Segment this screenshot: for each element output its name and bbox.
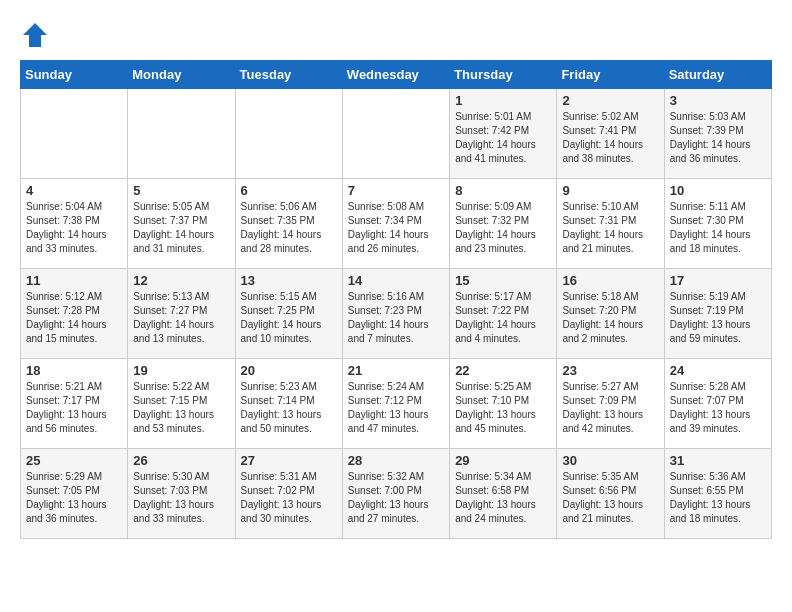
day-number: 9 [562,183,658,198]
day-info: Sunrise: 5:32 AMSunset: 7:00 PMDaylight:… [348,470,444,526]
page-header [20,20,772,50]
day-number: 26 [133,453,229,468]
day-number: 17 [670,273,766,288]
calendar-cell: 6Sunrise: 5:06 AMSunset: 7:35 PMDaylight… [235,179,342,269]
calendar-cell: 13Sunrise: 5:15 AMSunset: 7:25 PMDayligh… [235,269,342,359]
day-info: Sunrise: 5:21 AMSunset: 7:17 PMDaylight:… [26,380,122,436]
logo [20,20,54,50]
day-number: 11 [26,273,122,288]
calendar-cell: 12Sunrise: 5:13 AMSunset: 7:27 PMDayligh… [128,269,235,359]
day-info: Sunrise: 5:22 AMSunset: 7:15 PMDaylight:… [133,380,229,436]
calendar-cell: 23Sunrise: 5:27 AMSunset: 7:09 PMDayligh… [557,359,664,449]
day-info: Sunrise: 5:09 AMSunset: 7:32 PMDaylight:… [455,200,551,256]
day-number: 3 [670,93,766,108]
day-info: Sunrise: 5:17 AMSunset: 7:22 PMDaylight:… [455,290,551,346]
day-info: Sunrise: 5:30 AMSunset: 7:03 PMDaylight:… [133,470,229,526]
day-info: Sunrise: 5:02 AMSunset: 7:41 PMDaylight:… [562,110,658,166]
weekday-header-thursday: Thursday [450,61,557,89]
day-info: Sunrise: 5:12 AMSunset: 7:28 PMDaylight:… [26,290,122,346]
weekday-header-monday: Monday [128,61,235,89]
calendar-cell: 30Sunrise: 5:35 AMSunset: 6:56 PMDayligh… [557,449,664,539]
week-row-3: 11Sunrise: 5:12 AMSunset: 7:28 PMDayligh… [21,269,772,359]
week-row-4: 18Sunrise: 5:21 AMSunset: 7:17 PMDayligh… [21,359,772,449]
day-number: 18 [26,363,122,378]
calendar-cell: 14Sunrise: 5:16 AMSunset: 7:23 PMDayligh… [342,269,449,359]
day-number: 15 [455,273,551,288]
calendar-cell: 9Sunrise: 5:10 AMSunset: 7:31 PMDaylight… [557,179,664,269]
day-info: Sunrise: 5:10 AMSunset: 7:31 PMDaylight:… [562,200,658,256]
day-number: 8 [455,183,551,198]
calendar-cell: 1Sunrise: 5:01 AMSunset: 7:42 PMDaylight… [450,89,557,179]
calendar-cell: 11Sunrise: 5:12 AMSunset: 7:28 PMDayligh… [21,269,128,359]
day-number: 25 [26,453,122,468]
calendar-cell: 19Sunrise: 5:22 AMSunset: 7:15 PMDayligh… [128,359,235,449]
day-info: Sunrise: 5:24 AMSunset: 7:12 PMDaylight:… [348,380,444,436]
day-info: Sunrise: 5:13 AMSunset: 7:27 PMDaylight:… [133,290,229,346]
day-number: 22 [455,363,551,378]
day-info: Sunrise: 5:03 AMSunset: 7:39 PMDaylight:… [670,110,766,166]
day-info: Sunrise: 5:16 AMSunset: 7:23 PMDaylight:… [348,290,444,346]
calendar-cell: 7Sunrise: 5:08 AMSunset: 7:34 PMDaylight… [342,179,449,269]
day-info: Sunrise: 5:11 AMSunset: 7:30 PMDaylight:… [670,200,766,256]
day-number: 12 [133,273,229,288]
calendar-cell: 26Sunrise: 5:30 AMSunset: 7:03 PMDayligh… [128,449,235,539]
day-info: Sunrise: 5:25 AMSunset: 7:10 PMDaylight:… [455,380,551,436]
day-info: Sunrise: 5:18 AMSunset: 7:20 PMDaylight:… [562,290,658,346]
day-number: 6 [241,183,337,198]
day-info: Sunrise: 5:04 AMSunset: 7:38 PMDaylight:… [26,200,122,256]
day-info: Sunrise: 5:31 AMSunset: 7:02 PMDaylight:… [241,470,337,526]
day-info: Sunrise: 5:15 AMSunset: 7:25 PMDaylight:… [241,290,337,346]
weekday-header-saturday: Saturday [664,61,771,89]
day-number: 20 [241,363,337,378]
day-info: Sunrise: 5:23 AMSunset: 7:14 PMDaylight:… [241,380,337,436]
calendar-cell: 24Sunrise: 5:28 AMSunset: 7:07 PMDayligh… [664,359,771,449]
day-info: Sunrise: 5:05 AMSunset: 7:37 PMDaylight:… [133,200,229,256]
day-number: 21 [348,363,444,378]
calendar-table: SundayMondayTuesdayWednesdayThursdayFrid… [20,60,772,539]
calendar-cell: 22Sunrise: 5:25 AMSunset: 7:10 PMDayligh… [450,359,557,449]
calendar-cell: 20Sunrise: 5:23 AMSunset: 7:14 PMDayligh… [235,359,342,449]
week-row-1: 1Sunrise: 5:01 AMSunset: 7:42 PMDaylight… [21,89,772,179]
weekday-header-wednesday: Wednesday [342,61,449,89]
calendar-cell: 8Sunrise: 5:09 AMSunset: 7:32 PMDaylight… [450,179,557,269]
day-info: Sunrise: 5:29 AMSunset: 7:05 PMDaylight:… [26,470,122,526]
calendar-cell: 29Sunrise: 5:34 AMSunset: 6:58 PMDayligh… [450,449,557,539]
calendar-cell: 4Sunrise: 5:04 AMSunset: 7:38 PMDaylight… [21,179,128,269]
calendar-cell: 28Sunrise: 5:32 AMSunset: 7:00 PMDayligh… [342,449,449,539]
day-info: Sunrise: 5:08 AMSunset: 7:34 PMDaylight:… [348,200,444,256]
weekday-header-row: SundayMondayTuesdayWednesdayThursdayFrid… [21,61,772,89]
day-number: 2 [562,93,658,108]
week-row-5: 25Sunrise: 5:29 AMSunset: 7:05 PMDayligh… [21,449,772,539]
day-number: 5 [133,183,229,198]
calendar-cell: 10Sunrise: 5:11 AMSunset: 7:30 PMDayligh… [664,179,771,269]
calendar-cell: 27Sunrise: 5:31 AMSunset: 7:02 PMDayligh… [235,449,342,539]
day-number: 24 [670,363,766,378]
calendar-cell [21,89,128,179]
day-number: 30 [562,453,658,468]
day-info: Sunrise: 5:36 AMSunset: 6:55 PMDaylight:… [670,470,766,526]
day-number: 7 [348,183,444,198]
day-number: 10 [670,183,766,198]
day-info: Sunrise: 5:06 AMSunset: 7:35 PMDaylight:… [241,200,337,256]
day-number: 31 [670,453,766,468]
day-info: Sunrise: 5:01 AMSunset: 7:42 PMDaylight:… [455,110,551,166]
day-info: Sunrise: 5:28 AMSunset: 7:07 PMDaylight:… [670,380,766,436]
weekday-header-tuesday: Tuesday [235,61,342,89]
day-number: 16 [562,273,658,288]
calendar-cell [128,89,235,179]
day-number: 28 [348,453,444,468]
svg-marker-0 [23,23,47,47]
calendar-cell: 31Sunrise: 5:36 AMSunset: 6:55 PMDayligh… [664,449,771,539]
day-info: Sunrise: 5:34 AMSunset: 6:58 PMDaylight:… [455,470,551,526]
day-number: 23 [562,363,658,378]
calendar-cell: 16Sunrise: 5:18 AMSunset: 7:20 PMDayligh… [557,269,664,359]
calendar-cell: 21Sunrise: 5:24 AMSunset: 7:12 PMDayligh… [342,359,449,449]
calendar-cell [342,89,449,179]
calendar-cell: 15Sunrise: 5:17 AMSunset: 7:22 PMDayligh… [450,269,557,359]
calendar-cell: 18Sunrise: 5:21 AMSunset: 7:17 PMDayligh… [21,359,128,449]
weekday-header-sunday: Sunday [21,61,128,89]
day-number: 14 [348,273,444,288]
day-number: 4 [26,183,122,198]
day-number: 13 [241,273,337,288]
day-info: Sunrise: 5:35 AMSunset: 6:56 PMDaylight:… [562,470,658,526]
